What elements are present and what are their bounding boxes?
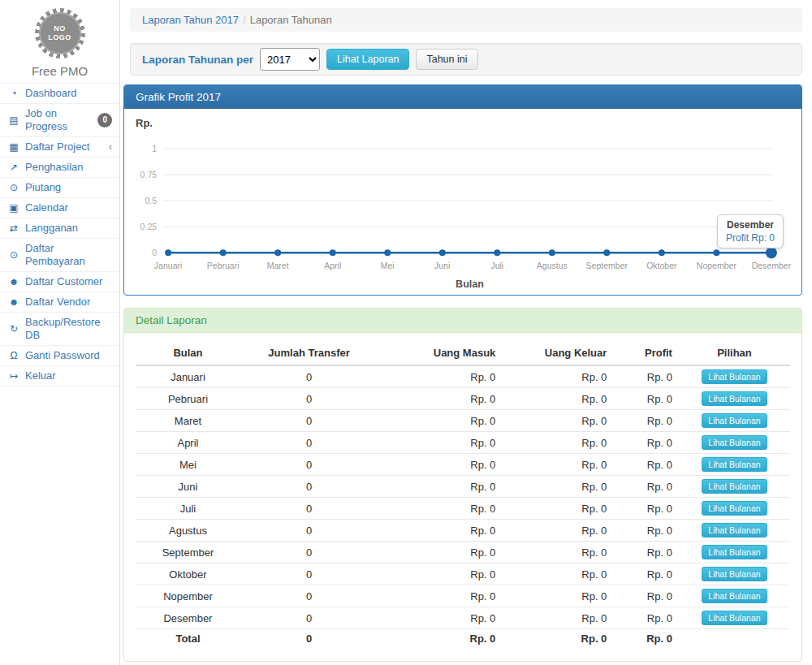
app-window: NO LOGO Free PMO ◔Dashboard▤Job on Progr… xyxy=(0,0,812,665)
no-logo-placeholder: NO LOGO xyxy=(39,12,81,54)
cell-bulan: Juli xyxy=(136,498,240,520)
tooltip-value: Profit Rp: 0 xyxy=(726,232,775,244)
cell-bulan: Pebruari xyxy=(136,388,240,410)
cell-masuk: Rp. 0 xyxy=(378,542,502,564)
cell-masuk: Rp. 0 xyxy=(378,607,502,629)
chart-point-juli[interactable] xyxy=(494,249,500,256)
column-header-profit: Profit xyxy=(613,341,679,365)
lihat-bulanan-button[interactable]: Lihat Bulanan xyxy=(702,611,767,625)
calendar-icon: ▣ xyxy=(7,201,20,214)
sidebar-item-penghasilan[interactable]: ↗Penghasilan xyxy=(0,158,119,178)
chart-point-maret[interactable] xyxy=(274,249,281,256)
logo-text-line2: LOGO xyxy=(48,33,71,42)
chart-point-oktober[interactable] xyxy=(659,249,665,256)
year-select[interactable]: 2017 xyxy=(260,48,320,71)
lihat-bulanan-button[interactable]: Lihat Bulanan xyxy=(702,567,767,581)
cell-bulan: Juni xyxy=(136,476,240,498)
lihat-bulanan-button[interactable]: Lihat Bulanan xyxy=(702,523,767,538)
report-table-container: BulanJumlah TransferUang MasukUang Kelua… xyxy=(124,333,801,661)
lihat-bulanan-button[interactable]: Lihat Bulanan xyxy=(702,479,767,494)
sidebar-item-label: Job on Progress xyxy=(25,107,93,133)
total-keluar: Rp. 0 xyxy=(502,629,613,649)
cell-profit: Rp. 0 xyxy=(613,585,679,607)
sidebar-item-daftar-customer[interactable]: ☻Daftar Customer xyxy=(0,272,119,292)
column-header-uang-masuk: Uang Masuk xyxy=(378,341,502,365)
cell-masuk: Rp. 0 xyxy=(378,520,502,542)
chart-panel-title: Grafik Profit 2017 xyxy=(124,85,801,109)
this-year-button[interactable]: Tahun ini xyxy=(416,49,477,70)
cell-jumlah: 0 xyxy=(240,410,378,432)
money-icon: ⊙ xyxy=(7,248,20,261)
x-tick-label: Juli xyxy=(490,261,503,270)
cell-bulan: Oktober xyxy=(136,564,240,585)
chart-point-mei[interactable] xyxy=(384,249,391,256)
sidebar-item-label: Keluar xyxy=(25,369,56,382)
cell-bulan: Agustus xyxy=(136,520,240,542)
money-icon: ⊙ xyxy=(7,181,20,194)
chart-point-januari[interactable] xyxy=(165,249,171,256)
chart-point-april[interactable] xyxy=(330,249,336,256)
table-row: Nopember0Rp. 0Rp. 0Rp. 0Lihat Bulanan xyxy=(136,585,790,607)
view-report-button[interactable]: Lihat Laporan xyxy=(326,49,409,70)
table-row: Pebruari0Rp. 0Rp. 0Rp. 0Lihat Bulanan xyxy=(136,388,790,410)
y-axis-title: Rp. xyxy=(136,117,792,129)
lihat-bulanan-button[interactable]: Lihat Bulanan xyxy=(702,391,767,406)
cell-keluar: Rp. 0 xyxy=(502,564,613,585)
lihat-bulanan-button[interactable]: Lihat Bulanan xyxy=(702,501,767,516)
x-tick-label: Oktober xyxy=(646,261,677,270)
total-masuk: Rp. 0 xyxy=(378,629,502,649)
sidebar-item-dashboard[interactable]: ◔Dashboard xyxy=(0,84,119,104)
sidebar-item-ganti-password[interactable]: ΩGanti Password xyxy=(0,346,119,366)
profit-line-chart: 10.750.50.250JanuariPebruariMaretAprilMe… xyxy=(134,131,792,293)
chart-point-desember[interactable] xyxy=(766,247,777,258)
sidebar-item-daftar-project[interactable]: ▦Daftar Project‹ xyxy=(0,137,119,158)
sidebar-item-keluar[interactable]: ↦Keluar xyxy=(0,366,119,386)
table-row: Maret0Rp. 0Rp. 0Rp. 0Lihat Bulanan xyxy=(136,410,790,432)
cell-profit: Rp. 0 xyxy=(613,542,679,564)
cell-keluar: Rp. 0 xyxy=(502,520,613,542)
chart-point-nopember[interactable] xyxy=(713,249,719,256)
refresh-icon: ↻ xyxy=(7,322,20,335)
table-row: Januari0Rp. 0Rp. 0Rp. 0Lihat Bulanan xyxy=(136,365,790,388)
sidebar-item-backup-restore-db[interactable]: ↻Backup/Restore DB xyxy=(0,313,119,346)
chart-tooltip: Desember Profit Rp: 0 xyxy=(717,214,784,248)
cell-jumlah: 0 xyxy=(240,607,378,629)
sidebar-item-calendar[interactable]: ▣Calendar xyxy=(0,198,119,218)
cell-pilihan: Lihat Bulanan xyxy=(679,607,790,629)
sidebar: NO LOGO Free PMO ◔Dashboard▤Job on Progr… xyxy=(0,0,120,665)
cell-bulan: Maret xyxy=(136,410,240,432)
lihat-bulanan-button[interactable]: Lihat Bulanan xyxy=(702,457,767,472)
lihat-bulanan-button[interactable]: Lihat Bulanan xyxy=(702,545,767,559)
y-tick-label: 1 xyxy=(152,144,157,153)
chart-point-juni[interactable] xyxy=(439,249,446,256)
chart-point-september[interactable] xyxy=(603,249,610,256)
sidebar-item-daftar-vendor[interactable]: ☻Daftar Vendor xyxy=(0,292,119,313)
dashboard-icon: ◔ xyxy=(7,87,20,100)
breadcrumb-link[interactable]: Laporan Tahun 2017 xyxy=(142,14,239,26)
cell-jumlah: 0 xyxy=(240,542,378,564)
sidebar-item-job-on-progress[interactable]: ▤Job on Progress0 xyxy=(0,104,119,137)
lihat-bulanan-button[interactable]: Lihat Bulanan xyxy=(702,369,767,384)
sidebar-item-piutang[interactable]: ⊙Piutang xyxy=(0,178,119,198)
x-tick-label: Januari xyxy=(154,261,183,270)
cell-keluar: Rp. 0 xyxy=(502,454,613,476)
lihat-bulanan-button[interactable]: Lihat Bulanan xyxy=(702,435,767,450)
sidebar-item-daftar-pembayaran[interactable]: ⊙Daftar Pembayaran xyxy=(0,239,119,272)
column-header-jumlah-transfer: Jumlah Transfer xyxy=(240,341,378,365)
table-row: Juni0Rp. 0Rp. 0Rp. 0Lihat Bulanan xyxy=(136,476,790,498)
total-profit: Rp. 0 xyxy=(613,629,679,649)
lihat-bulanan-button[interactable]: Lihat Bulanan xyxy=(702,589,767,603)
cell-masuk: Rp. 0 xyxy=(378,585,502,607)
sidebar-item-label: Backup/Restore DB xyxy=(25,316,112,342)
report-table: BulanJumlah TransferUang MasukUang Kelua… xyxy=(136,341,790,648)
total-bulan: Total xyxy=(136,629,240,649)
cell-pilihan: Lihat Bulanan xyxy=(679,454,790,476)
chart-point-agustus[interactable] xyxy=(549,249,555,256)
column-header-pilihan: Pilihan xyxy=(679,341,790,365)
lihat-bulanan-button[interactable]: Lihat Bulanan xyxy=(702,413,767,428)
cell-keluar: Rp. 0 xyxy=(502,498,613,520)
chart-point-pebruari[interactable] xyxy=(220,249,227,256)
table-row: Oktober0Rp. 0Rp. 0Rp. 0Lihat Bulanan xyxy=(136,564,790,585)
sidebar-item-langganan[interactable]: ⇄Langganan xyxy=(0,218,119,239)
column-header-uang-keluar: Uang Keluar xyxy=(502,341,613,365)
